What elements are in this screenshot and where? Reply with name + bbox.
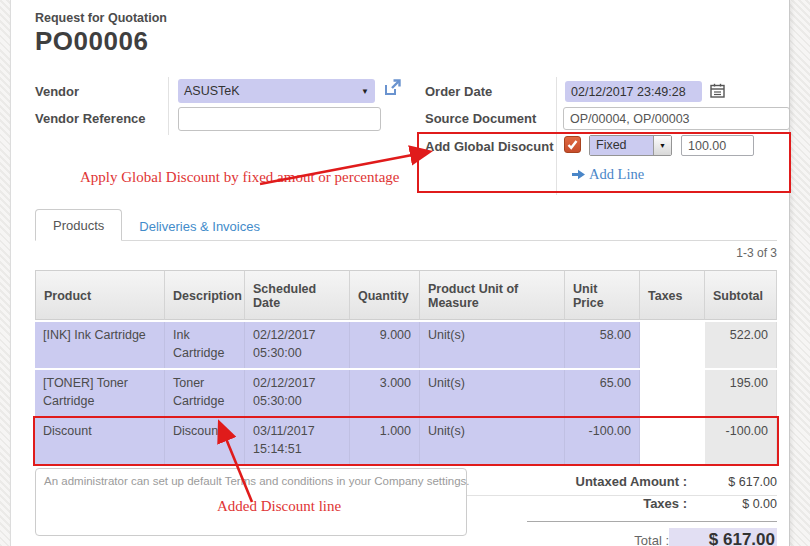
cell-quantity[interactable]: 9.000 xyxy=(350,322,420,368)
cell-description[interactable]: Ink Cartridge xyxy=(165,322,245,368)
cell-description[interactable]: Toner Cartridge xyxy=(165,370,245,416)
cell-scheduled-date[interactable]: 03/11/201715:14:51 xyxy=(245,418,350,464)
table-row[interactable]: [TONER] Toner Cartridge Toner Cartridge … xyxy=(35,370,777,416)
cell-uom[interactable]: Unit(s) xyxy=(420,418,565,464)
cell-uom[interactable]: Unit(s) xyxy=(420,322,565,368)
totals-panel: Untaxed Amount : $ 617.00 Taxes : $ 0.00… xyxy=(527,474,777,546)
calendar-icon[interactable] xyxy=(710,83,725,98)
vendor-select[interactable]: ASUSTeK ▼ xyxy=(178,79,375,103)
order-date-field[interactable]: 02/12/2017 23:49:28 xyxy=(565,81,702,102)
discount-amount-input[interactable] xyxy=(681,135,754,156)
table-row[interactable]: [INK] Ink Cartridge Ink Cartridge 02/12/… xyxy=(35,322,777,368)
cell-subtotal: 522.00 xyxy=(705,322,777,368)
global-discount-checkbox[interactable] xyxy=(564,136,581,153)
total-label: Total : xyxy=(634,533,669,546)
check-icon xyxy=(567,139,578,150)
cell-taxes[interactable] xyxy=(640,322,705,368)
order-date-label: Order Date xyxy=(425,84,492,99)
annotation-discount-line-note: Added Discount line xyxy=(217,498,341,515)
table-row-discount[interactable]: Discount Discount 03/11/201715:14:51 1.0… xyxy=(35,418,777,464)
cell-quantity[interactable]: 1.000 xyxy=(350,418,420,464)
col-taxes: Taxes xyxy=(640,270,705,320)
tab-products[interactable]: Products xyxy=(35,209,122,241)
add-line-link[interactable]: Add Line xyxy=(572,166,644,183)
col-description: Description xyxy=(165,270,245,320)
table-header-row: Product Description Scheduled Date Quant… xyxy=(35,270,777,320)
total-value: $ 617.00 xyxy=(669,528,777,546)
right-group-separator xyxy=(556,77,557,195)
cell-unit-price[interactable]: 58.00 xyxy=(565,322,640,368)
tab-deliveries-invoices[interactable]: Deliveries & Invoices xyxy=(122,211,277,241)
vendor-reference-label: Vendor Reference xyxy=(35,111,146,126)
pager: 1-3 of 3 xyxy=(736,246,777,260)
discount-type-select[interactable]: Fixed ▼ xyxy=(589,135,672,156)
add-line-label: Add Line xyxy=(589,166,644,183)
cell-taxes[interactable] xyxy=(640,370,705,416)
notebook-tabs: Products Deliveries & Invoices xyxy=(35,210,777,241)
annotation-global-discount-note: Apply Global Discount by fixed amout or … xyxy=(80,169,400,186)
untaxed-amount-value: $ 617.00 xyxy=(687,475,777,489)
cell-uom[interactable]: Unit(s) xyxy=(420,370,565,416)
cell-product[interactable]: Discount xyxy=(35,418,165,464)
vendor-label: Vendor xyxy=(35,84,79,99)
chevron-down-icon: ▼ xyxy=(361,87,369,96)
cell-quantity[interactable]: 3.000 xyxy=(350,370,420,416)
taxes-label: Taxes : xyxy=(643,496,687,511)
breadcrumb: Request for Quotation xyxy=(35,11,167,25)
cell-scheduled-date[interactable]: 02/12/201705:30:00 xyxy=(245,322,350,368)
cell-scheduled-date[interactable]: 02/12/201705:30:00 xyxy=(245,370,350,416)
untaxed-amount-label: Untaxed Amount : xyxy=(576,474,687,489)
discount-type-value: Fixed xyxy=(590,136,653,155)
source-document-label: Source Document xyxy=(425,111,536,126)
cell-subtotal: -100.00 xyxy=(705,418,777,464)
page-title: PO00006 xyxy=(35,26,148,57)
left-group-separator xyxy=(168,77,169,135)
vendor-value: ASUSTeK xyxy=(184,84,240,98)
global-discount-label: Add Global Disocunt xyxy=(425,139,554,154)
col-subtotal: Subtotal xyxy=(705,270,777,320)
order-lines-table: Product Description Scheduled Date Quant… xyxy=(35,270,777,496)
cell-unit-price[interactable]: 65.00 xyxy=(565,370,640,416)
col-unit-price: Unit Price xyxy=(565,270,640,320)
cell-product[interactable]: [TONER] Toner Cartridge xyxy=(35,370,165,416)
chevron-down-icon: ▼ xyxy=(653,136,671,155)
col-uom: Product Unit of Measure xyxy=(420,270,565,320)
open-record-icon[interactable] xyxy=(382,78,402,98)
cell-product[interactable]: [INK] Ink Cartridge xyxy=(35,322,165,368)
taxes-value: $ 0.00 xyxy=(687,497,777,511)
col-product: Product xyxy=(35,270,165,320)
order-date-value: 02/12/2017 23:49:28 xyxy=(571,85,686,99)
vendor-reference-input[interactable] xyxy=(178,107,381,131)
cell-subtotal: 195.00 xyxy=(705,370,777,416)
totals-divider xyxy=(527,521,777,522)
cell-description[interactable]: Discount xyxy=(165,418,245,464)
cell-unit-price[interactable]: -100.00 xyxy=(565,418,640,464)
col-quantity: Quantity xyxy=(350,270,420,320)
arrow-right-icon xyxy=(572,169,585,180)
col-scheduled-date: Scheduled Date xyxy=(245,270,350,320)
cell-taxes[interactable] xyxy=(640,418,705,464)
source-document-input[interactable] xyxy=(563,107,790,130)
